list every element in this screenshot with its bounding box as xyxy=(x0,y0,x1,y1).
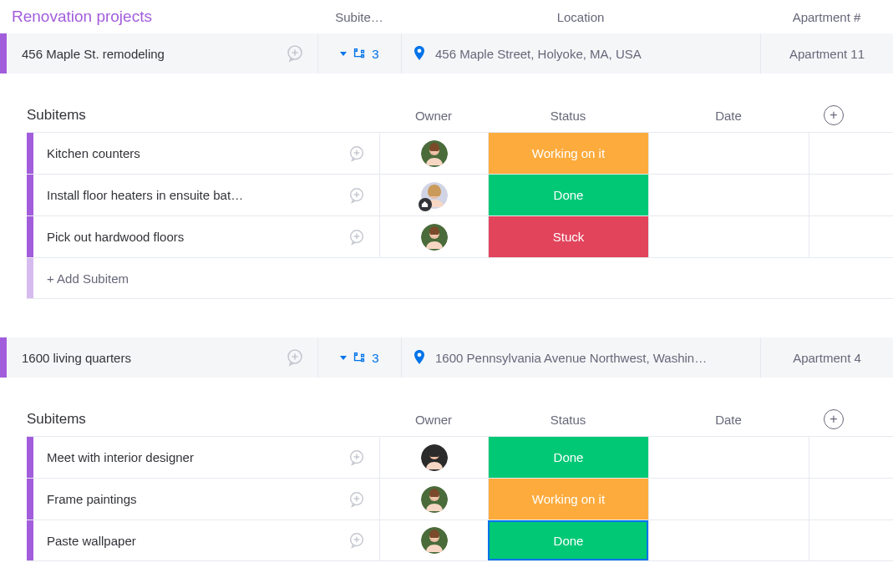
owner-cell[interactable] xyxy=(379,520,488,560)
add-conversation-icon[interactable] xyxy=(284,43,306,64)
owner-cell[interactable] xyxy=(379,437,488,478)
add-column-button[interactable]: + xyxy=(824,409,844,429)
owner-cell[interactable] xyxy=(379,175,488,215)
project-name[interactable]: 456 Maple St. remodeling xyxy=(7,47,284,61)
group-color-bar xyxy=(27,520,33,560)
subitems-expand-toggle[interactable]: 3 xyxy=(317,33,401,74)
add-column-button[interactable]: + xyxy=(824,105,844,125)
avatar[interactable] xyxy=(421,444,448,471)
subitems-block: Subitems Owner Status Date + Meet with i… xyxy=(0,403,893,561)
status-cell[interactable]: Working on it xyxy=(488,133,648,174)
add-conversation-icon[interactable] xyxy=(284,347,306,368)
column-header-location[interactable]: Location xyxy=(401,10,760,24)
blank-cell xyxy=(809,133,859,174)
date-cell[interactable] xyxy=(648,175,809,215)
chevron-down-icon xyxy=(340,52,347,56)
subitem-name[interactable]: Paste wallpaper xyxy=(33,534,346,548)
group-color-bar xyxy=(0,33,7,74)
date-cell[interactable] xyxy=(648,437,809,478)
location-cell[interactable]: 1600 Pennsylvania Avenue Northwest, Wash… xyxy=(401,337,760,378)
group-color-bar xyxy=(27,258,33,298)
subitems-header-status[interactable]: Status xyxy=(488,109,648,123)
group-color-bar xyxy=(27,479,33,520)
project-row[interactable]: 456 Maple St. remodeling 3 456 Maple Str… xyxy=(0,33,893,74)
subitems-tree-icon xyxy=(352,350,367,365)
add-subitem-row[interactable]: + Add Subitem xyxy=(27,257,893,299)
subitems-header-owner[interactable]: Owner xyxy=(379,109,488,123)
subitem-row[interactable]: Frame paintings Working on it xyxy=(27,478,893,520)
avatar[interactable] xyxy=(421,182,448,209)
avatar[interactable] xyxy=(421,527,448,554)
apartment-cell[interactable]: Apartment 4 xyxy=(760,337,893,378)
status-cell[interactable]: Done xyxy=(488,175,648,215)
blank-cell xyxy=(809,437,859,478)
location-text: 456 Maple Street, Holyoke, MA, USA xyxy=(435,47,642,61)
column-header-apartment[interactable]: Apartment # xyxy=(760,10,893,24)
status-cell[interactable]: Working on it xyxy=(488,479,648,520)
column-header-subitems[interactable]: Subite… xyxy=(317,10,401,24)
avatar[interactable] xyxy=(421,224,448,251)
add-conversation-icon[interactable] xyxy=(346,226,368,248)
group-color-bar xyxy=(27,437,33,478)
subitem-name[interactable]: Install floor heaters in ensuite bat… xyxy=(33,188,346,202)
location-cell[interactable]: 456 Maple Street, Holyoke, MA, USA xyxy=(401,33,760,74)
subitems-header-label: Subitems xyxy=(27,107,379,124)
group-color-bar xyxy=(0,337,7,378)
add-conversation-icon[interactable] xyxy=(346,143,368,165)
avatar[interactable] xyxy=(421,140,448,167)
add-conversation-icon[interactable] xyxy=(346,530,368,551)
subitems-header-date[interactable]: Date xyxy=(648,109,809,123)
subitem-name[interactable]: Frame paintings xyxy=(33,492,346,506)
subitem-row[interactable]: Meet with interior designer Done xyxy=(27,436,893,478)
date-cell[interactable] xyxy=(648,479,809,520)
location-pin-icon xyxy=(412,349,427,366)
subitems-tree-icon xyxy=(352,46,367,61)
blank-cell xyxy=(809,479,859,520)
column-header-row: Renovation projects Subite… Location Apa… xyxy=(0,0,893,33)
status-cell[interactable]: Stuck xyxy=(488,216,648,257)
subitems-header-label: Subitems xyxy=(27,411,379,428)
location-pin-icon xyxy=(412,45,427,62)
group-color-bar xyxy=(27,175,33,215)
add-subitem-label: + Add Subitem xyxy=(33,271,129,286)
date-cell[interactable] xyxy=(648,216,809,257)
subitems-header-row: Subitems Owner Status Date + xyxy=(27,99,893,132)
subitems-block: Subitems Owner Status Date + Kitchen cou… xyxy=(0,99,893,299)
subitem-row[interactable]: Pick out hardwood floors Stuck xyxy=(27,215,893,257)
project-row[interactable]: 1600 living quarters 3 1600 Pennsylvania… xyxy=(0,337,893,378)
chevron-down-icon xyxy=(340,356,347,360)
blank-cell xyxy=(809,520,859,560)
date-cell[interactable] xyxy=(648,520,809,560)
project-name[interactable]: 1600 living quarters xyxy=(7,351,284,365)
subitem-name[interactable]: Pick out hardwood floors xyxy=(33,230,346,244)
avatar[interactable] xyxy=(421,486,448,513)
svg-point-12 xyxy=(418,352,422,357)
subitems-header-owner[interactable]: Owner xyxy=(379,413,488,427)
subitems-expand-toggle[interactable]: 3 xyxy=(317,337,401,378)
subitem-name[interactable]: Meet with interior designer xyxy=(33,450,346,464)
subitem-row[interactable]: Install floor heaters in ensuite bat… Do… xyxy=(27,174,893,215)
subitem-name[interactable]: Kitchen counters xyxy=(33,146,346,160)
group-color-bar xyxy=(27,133,33,174)
status-cell[interactable]: Done xyxy=(488,437,648,478)
status-cell[interactable]: Done xyxy=(488,520,648,560)
location-text: 1600 Pennsylvania Avenue Northwest, Wash… xyxy=(435,351,707,365)
subitems-count: 3 xyxy=(372,47,378,61)
group-title[interactable]: Renovation projects xyxy=(0,8,317,26)
blank-cell xyxy=(809,216,859,257)
owner-cell[interactable] xyxy=(379,216,488,257)
subitem-row[interactable]: Kitchen counters Working on it xyxy=(27,132,893,174)
home-badge-icon xyxy=(419,198,432,211)
subitems-header-date[interactable]: Date xyxy=(648,413,809,427)
add-conversation-icon[interactable] xyxy=(346,185,368,206)
group-color-bar xyxy=(27,216,33,257)
subitems-header-status[interactable]: Status xyxy=(488,413,648,427)
owner-cell[interactable] xyxy=(379,479,488,520)
add-conversation-icon[interactable] xyxy=(346,447,368,469)
apartment-cell[interactable]: Apartment 11 xyxy=(760,33,893,74)
owner-cell[interactable] xyxy=(379,133,488,174)
date-cell[interactable] xyxy=(648,133,809,174)
add-conversation-icon[interactable] xyxy=(346,489,368,510)
subitem-row[interactable]: Paste wallpaper Done xyxy=(27,520,893,561)
blank-cell xyxy=(809,175,859,215)
